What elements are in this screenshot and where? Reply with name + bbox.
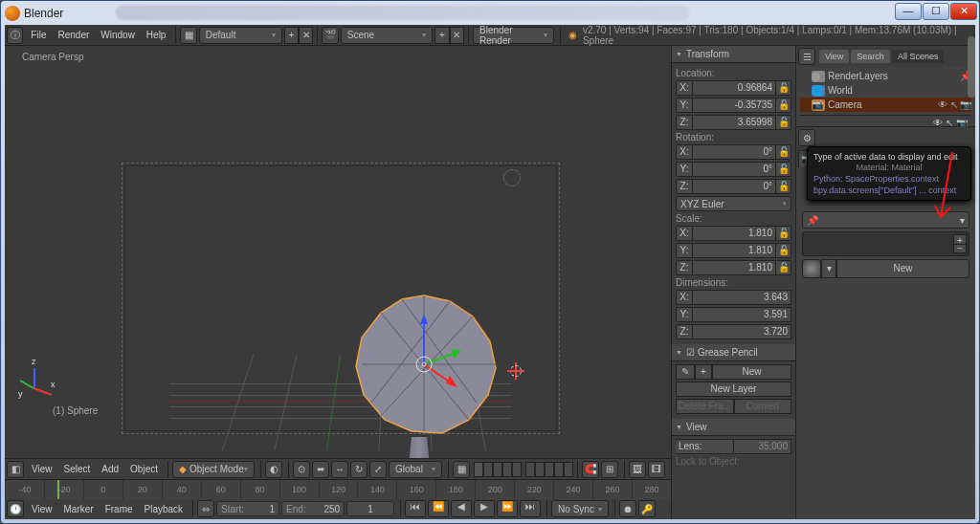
layout-add-button[interactable]: + bbox=[284, 27, 299, 44]
jump-start-button[interactable]: ⏮ bbox=[405, 500, 426, 517]
play-button[interactable]: ▶ bbox=[474, 500, 495, 517]
keyingset-icon[interactable]: 🔑 bbox=[638, 500, 656, 517]
outliner-item-camera[interactable]: 📷Camera👁↖📷 bbox=[800, 98, 971, 112]
object-sphere[interactable] bbox=[343, 288, 505, 441]
lamp-icon[interactable] bbox=[503, 169, 521, 186]
shading-icon[interactable]: ◐ bbox=[265, 461, 282, 478]
keyframe-prev-button[interactable]: ⏪ bbox=[428, 500, 449, 517]
render-anim-icon[interactable]: 🎞 bbox=[648, 461, 665, 478]
gp-new-button[interactable]: New bbox=[712, 364, 791, 380]
manipulator-toggle-icon[interactable]: ⬌ bbox=[312, 461, 329, 478]
view-panel-header[interactable]: View bbox=[672, 419, 795, 436]
editor-type-outliner-icon[interactable]: ☰ bbox=[798, 48, 815, 65]
rotate-manip-icon[interactable]: ↻ bbox=[350, 461, 368, 478]
autokey-icon[interactable]: ⏺ bbox=[619, 500, 636, 517]
dim-z-field[interactable]: 3.720 bbox=[693, 324, 791, 339]
gp-newlayer-button[interactable]: New Layer bbox=[676, 382, 791, 397]
lock-icon[interactable]: 🔓 bbox=[776, 243, 791, 258]
play-reverse-button[interactable]: ◀ bbox=[451, 500, 472, 517]
viewport-3d[interactable]: Camera Persp bbox=[5, 46, 671, 458]
render-preview-icon[interactable]: 🖼 bbox=[629, 461, 646, 478]
screen-layout-dropdown[interactable]: Default bbox=[199, 27, 282, 44]
end-frame-field[interactable]: End:250 bbox=[281, 501, 345, 516]
lock-icon[interactable]: 🔓 bbox=[776, 144, 791, 160]
scene-remove-button[interactable]: ✕ bbox=[450, 27, 464, 44]
dim-x-field[interactable]: 3.643 bbox=[693, 290, 791, 305]
lock-icon[interactable]: 🔓 bbox=[776, 179, 791, 194]
render-engine-dropdown[interactable]: Blender Render bbox=[473, 27, 554, 44]
outliner-tab-view[interactable]: View bbox=[819, 50, 849, 63]
keyframe-next-button[interactable]: ⏩ bbox=[497, 500, 518, 517]
scale-y-field[interactable]: 1.810 bbox=[693, 243, 776, 258]
plus-icon[interactable]: + bbox=[695, 364, 712, 380]
scale-z-field[interactable]: 1.810 bbox=[693, 260, 776, 275]
scene-icon[interactable]: 🎬 bbox=[322, 27, 338, 44]
layer-buttons[interactable] bbox=[474, 462, 573, 477]
cursor-icon[interactable]: ↖ bbox=[946, 118, 953, 122]
material-slot-list[interactable]: + − bbox=[802, 231, 969, 256]
material-browse-icon[interactable]: ▾ bbox=[821, 259, 836, 278]
lock-icon[interactable]: 🔓 bbox=[776, 115, 791, 130]
editor-type-timeline-icon[interactable]: 🕐 bbox=[7, 500, 24, 517]
lock-icon[interactable]: 🔓 bbox=[776, 260, 791, 275]
translate-manip-icon[interactable]: ↔ bbox=[331, 461, 348, 478]
scene-dropdown[interactable]: Scene bbox=[341, 27, 433, 44]
lock-icon[interactable]: 🔓 bbox=[776, 226, 791, 241]
gp-convert-button[interactable]: Convert bbox=[734, 399, 792, 414]
v3d-menu-view[interactable]: View bbox=[26, 464, 58, 474]
timeline-playhead[interactable] bbox=[57, 480, 59, 499]
dim-y-field[interactable]: 3.591 bbox=[693, 307, 791, 322]
outliner-item-renderlayers[interactable]: ◎RenderLayers📌 bbox=[800, 69, 971, 83]
outliner-item-world[interactable]: 🌐World bbox=[800, 83, 971, 98]
scene-add-button[interactable]: + bbox=[434, 27, 449, 44]
rot-x-field[interactable]: 0° bbox=[693, 144, 776, 160]
rot-y-field[interactable]: 0° bbox=[693, 162, 776, 177]
v3d-menu-object[interactable]: Object bbox=[124, 464, 164, 474]
loc-z-field[interactable]: 3.65998 bbox=[693, 115, 776, 130]
rotation-mode-dropdown[interactable]: XYZ Euler bbox=[676, 196, 791, 211]
new-material-button[interactable]: New bbox=[836, 259, 969, 278]
outliner-tab-search[interactable]: Search bbox=[851, 50, 890, 63]
gp-delete-button[interactable]: Delete Fra... bbox=[676, 399, 734, 414]
tl-menu-playback[interactable]: Playback bbox=[139, 504, 189, 514]
current-frame-field[interactable]: 1 bbox=[346, 501, 394, 516]
close-button[interactable]: ✕ bbox=[950, 3, 977, 20]
timeline-ruler[interactable]: -40-20 020 4060 80100 120140 160180 2002… bbox=[5, 480, 671, 499]
mode-dropdown[interactable]: ◆Object Mode bbox=[172, 461, 255, 478]
scale-x-field[interactable]: 1.810 bbox=[693, 226, 776, 241]
lock-icon[interactable]: 🔓 bbox=[776, 80, 791, 96]
pencil-icon[interactable]: ✎ bbox=[676, 364, 695, 380]
menu-render[interactable]: Render bbox=[52, 30, 95, 40]
grease-panel-header[interactable]: ☑Grease Pencil bbox=[672, 344, 795, 361]
screen-layout-icon[interactable]: ▦ bbox=[180, 27, 196, 44]
outliner-tab-all[interactable]: All Scenes bbox=[892, 50, 945, 63]
menu-help[interactable]: Help bbox=[141, 30, 172, 40]
scrollbar-thumb[interactable] bbox=[968, 69, 975, 98]
material-ball-icon[interactable] bbox=[802, 259, 821, 278]
snap-type-icon[interactable]: ⊞ bbox=[601, 461, 618, 478]
editor-type-properties-icon[interactable]: ⚙ bbox=[798, 129, 815, 146]
jump-end-button[interactable]: ⏭ bbox=[520, 500, 541, 517]
maximize-button[interactable]: ☐ bbox=[923, 3, 949, 20]
layout-remove-button[interactable]: ✕ bbox=[299, 27, 313, 44]
menu-file[interactable]: File bbox=[25, 30, 52, 40]
start-frame-field[interactable]: Start:1 bbox=[216, 501, 279, 516]
transform-panel-header[interactable]: Transform bbox=[672, 46, 795, 63]
menu-window[interactable]: Window bbox=[95, 30, 141, 40]
pivot-icon[interactable]: ⊙ bbox=[293, 461, 310, 478]
layers-icon[interactable]: ▦ bbox=[453, 461, 470, 478]
tl-menu-marker[interactable]: Marker bbox=[58, 504, 100, 514]
tl-menu-view[interactable]: View bbox=[26, 504, 58, 514]
range-icon[interactable]: ⇔ bbox=[197, 500, 214, 517]
eye-icon[interactable]: 👁 bbox=[933, 118, 943, 122]
minimize-button[interactable]: — bbox=[895, 3, 922, 20]
orientation-dropdown[interactable]: Global bbox=[389, 461, 442, 478]
editor-type-icon[interactable]: ⓘ bbox=[7, 27, 23, 44]
scale-manip-icon[interactable]: ⤢ bbox=[369, 461, 387, 478]
snap-icon[interactable]: 🧲 bbox=[582, 461, 599, 478]
v3d-menu-select[interactable]: Select bbox=[58, 464, 97, 474]
lens-field[interactable]: 35.000 bbox=[734, 439, 792, 454]
lock-icon[interactable]: 🔓 bbox=[776, 98, 791, 113]
tl-menu-frame[interactable]: Frame bbox=[100, 504, 139, 514]
sync-dropdown[interactable]: No Sync bbox=[551, 500, 609, 517]
